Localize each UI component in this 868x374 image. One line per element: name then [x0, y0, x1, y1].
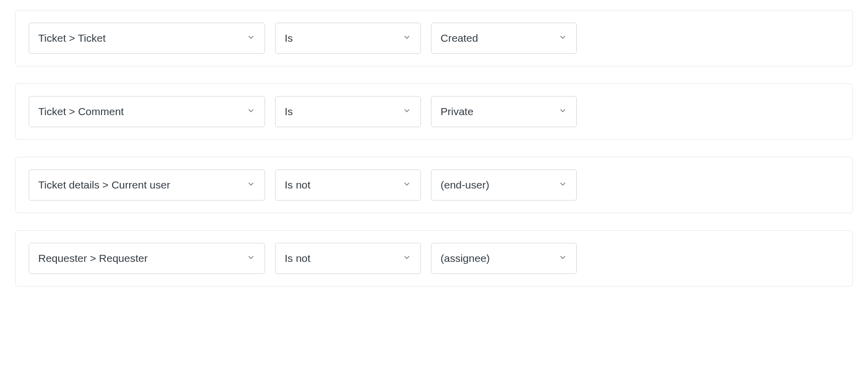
value-select-label: (end-user) — [441, 179, 489, 191]
operator-select[interactable]: Is not — [275, 169, 421, 201]
chevron-down-icon — [402, 252, 411, 264]
operator-select-label: Is — [285, 106, 293, 118]
field-select[interactable]: Requester > Requester — [29, 243, 265, 274]
chevron-down-icon — [402, 106, 411, 118]
chevron-down-icon — [558, 106, 567, 118]
field-select-label: Ticket > Comment — [38, 106, 124, 118]
value-select[interactable]: (assignee) — [431, 243, 577, 274]
chevron-down-icon — [246, 179, 255, 191]
chevron-down-icon — [558, 179, 567, 191]
field-select-label: Ticket details > Current user — [38, 179, 170, 191]
condition-list: Ticket > Ticket Is Created Ticket > Comm… — [15, 10, 853, 287]
field-select[interactable]: Ticket > Comment — [29, 96, 265, 127]
chevron-down-icon — [558, 252, 567, 264]
value-select[interactable]: Created — [431, 23, 577, 54]
operator-select-label: Is not — [285, 179, 310, 191]
field-select[interactable]: Ticket > Ticket — [29, 23, 265, 54]
chevron-down-icon — [558, 32, 567, 44]
condition-row: Ticket > Comment Is Private — [15, 83, 853, 140]
operator-select[interactable]: Is — [275, 23, 421, 54]
value-select-label: Private — [441, 106, 473, 118]
value-select-label: (assignee) — [441, 252, 490, 264]
value-select-label: Created — [441, 32, 478, 44]
chevron-down-icon — [402, 179, 411, 191]
condition-row: Ticket details > Current user Is not (en… — [15, 157, 853, 213]
value-select[interactable]: Private — [431, 96, 577, 127]
chevron-down-icon — [246, 106, 255, 118]
condition-row: Requester > Requester Is not (assignee) — [15, 230, 853, 287]
field-select-label: Ticket > Ticket — [38, 32, 106, 44]
operator-select[interactable]: Is — [275, 96, 421, 127]
field-select-label: Requester > Requester — [38, 252, 148, 264]
value-select[interactable]: (end-user) — [431, 169, 577, 201]
condition-row: Ticket > Ticket Is Created — [15, 10, 853, 66]
operator-select-label: Is not — [285, 252, 310, 264]
chevron-down-icon — [246, 32, 255, 44]
chevron-down-icon — [246, 252, 255, 264]
chevron-down-icon — [402, 32, 411, 44]
operator-select[interactable]: Is not — [275, 243, 421, 274]
field-select[interactable]: Ticket details > Current user — [29, 169, 265, 201]
operator-select-label: Is — [285, 32, 293, 44]
